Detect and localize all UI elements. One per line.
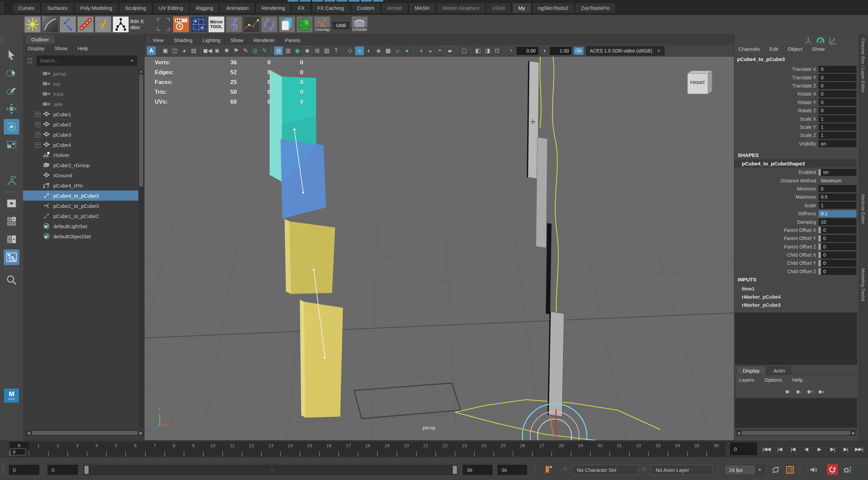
outliner-item-top[interactable]: top [23,79,138,89]
frame-19[interactable]: 19 [377,442,397,457]
shelf-tab-animation[interactable]: Animation [220,3,255,13]
outliner-tab[interactable]: Outliner [26,35,55,44]
shelf-tab-surfaces[interactable]: Surfaces [41,3,74,13]
frame-9[interactable]: 9 [184,442,203,457]
outliner-item-rSolver[interactable]: rSolver [23,150,138,160]
range-slider[interactable]: ∷ [83,465,458,475]
expand-icon[interactable]: + [35,112,40,117]
select-tool-button[interactable] [4,47,19,63]
isolate-view-icon[interactable]: ◧ [474,46,482,55]
frame-22[interactable]: 22 [436,442,455,457]
shelf-clip-cards-button[interactable] [279,16,295,33]
shelf-walk-cycle-button[interactable] [226,16,242,33]
gate-mask-icon[interactable]: ◙ [303,46,312,56]
frame-11[interactable]: 11 [223,442,242,457]
frame-26[interactable]: 26 [513,442,532,457]
frame-3[interactable]: 3 [67,442,87,457]
toolbox-drag-handle[interactable] [1,36,4,45]
shelf-purple-cycle-button[interactable] [261,16,277,33]
image-plane-icon[interactable]: ▤ [189,46,198,55]
shelf-joint-burst-button[interactable] [24,16,41,33]
frame-20[interactable]: 20 [397,442,416,457]
channel-value-field[interactable]: 0 [818,99,856,106]
gamma-field[interactable]: 1.00 [550,47,572,55]
shelf-tab-arnold[interactable]: Arnold [381,3,408,13]
frame-32[interactable]: 32 [629,442,649,457]
loop-playback-icon[interactable] [771,465,781,475]
textured-ball-icon[interactable]: ● [403,46,411,55]
character-set-arrow-icon[interactable]: ▽ [564,467,567,472]
camera-lock-icon[interactable]: ◙ [213,46,221,55]
slider-handle[interactable] [818,169,821,176]
frame-14[interactable]: 14 [281,442,300,457]
channel-menu-edit[interactable]: Edit [769,46,778,52]
frame-34[interactable]: 34 [668,442,687,457]
panel-drag-hand[interactable] [147,37,150,43]
fps-arrow-icon[interactable]: ▼ [755,465,765,475]
outliner-vscrollbar[interactable]: ▲ [138,68,144,428]
crop-region-icon[interactable]: ⊡ [493,46,501,55]
attribute-editor-a-icon[interactable]: A [147,46,156,55]
bookmark-plus-icon[interactable] [543,465,553,475]
outliner-item-defaultObjectSet[interactable]: defaultObjectSet [23,231,138,241]
shelf-tab-poly-modeling[interactable]: Poly Modeling [74,3,118,13]
viewport-menu-panels[interactable]: Panels [285,37,301,43]
channel-object-name[interactable]: pCube4_to_pCube3 [737,56,785,62]
scroll-left-icon[interactable]: ◀ [26,431,31,435]
axis-tripod-icon[interactable] [804,37,813,45]
step-forward-frame-button[interactable]: ▶| [839,442,852,456]
universal-manipulator-button[interactable] [4,173,19,188]
outliner-item-pCube1_to_pCube2[interactable]: pCube1_to_pCube2 [23,211,138,221]
channel-value-field[interactable]: 0 [818,107,856,114]
scroll-right-icon[interactable]: ▶ [138,431,144,435]
character-set-dropdown[interactable]: No Character Set [572,465,638,475]
slider-handle[interactable] [818,252,821,258]
frame-24[interactable]: 24 [474,442,494,457]
outliner-hscrollbar[interactable]: ◀ ▶ [26,430,144,436]
outliner-item-pCube2_rGroup[interactable]: pCube2_rGroup [23,160,138,170]
shelf-bdn-editor-button[interactable]: Bdn E ditor [130,16,154,31]
shelf-tab-rendering[interactable]: Rendering [255,3,291,13]
shelf-tab-fx-caching[interactable]: FX Caching [311,3,350,13]
grease-pencil-icon[interactable]: ✎ [241,46,250,55]
shelf-muscle-button[interactable] [42,16,58,33]
current-time-field[interactable]: 0 [730,442,757,455]
channel-value-field[interactable]: 0.5 [818,194,856,201]
outliner-item-pCube4[interactable]: +pCube4 [23,140,138,150]
frame-8[interactable]: 8 [165,442,184,457]
scroll-right-icon[interactable]: ▶ [851,431,856,435]
scroll-thumb[interactable] [742,431,850,435]
channel-value-field[interactable]: 0 [818,268,856,275]
go-to-range-start-button[interactable]: |◀◀ [760,442,773,456]
view-cube-label[interactable]: FRONT [688,80,708,85]
frame-29[interactable]: 29 [571,442,590,457]
scale-tool-button[interactable] [4,137,19,153]
resolution-gate-icon[interactable]: ◉ [293,46,302,55]
step-back-frame-button[interactable]: |◀ [773,442,786,456]
frame-1[interactable]: 1 [29,442,48,457]
frame-ruler[interactable]: 0123456789101112131415161718192021222324… [9,442,726,457]
viewport-menu-show[interactable]: Show [231,37,244,43]
channel-value-field[interactable]: 0 [818,252,856,259]
four-pane-layout-button[interactable] [4,214,19,229]
shape-node-name[interactable]: pCube4_to_pCubeShape3 [734,159,856,167]
speaker-icon[interactable] [809,465,819,475]
frame-5[interactable]: 5 [106,442,126,457]
layer-menu-options[interactable]: Options [765,377,782,383]
viewport-menu-lighting[interactable]: Lighting [202,37,220,43]
color-managed-toggle[interactable]: ON [574,47,584,55]
slider-handle[interactable] [818,268,821,275]
outliner-item-pCube4_rPin[interactable]: pCube4_rPin [23,180,138,191]
shelf-tab-curves[interactable]: Curves [12,3,41,13]
shelf-blue-arrows-button[interactable] [60,16,76,33]
ambient-occlusion-icon[interactable]: ◒ [426,46,435,55]
rangebar-drag-handle[interactable] [1,463,5,475]
input-node-rMarker_pCube3[interactable]: rMarker_pCube3 [734,301,859,309]
go-to-range-end-button[interactable]: ▶▶| [852,442,866,456]
safe-title-icon[interactable]: T [332,46,341,55]
rotate-tool-button[interactable] [4,119,19,135]
anim-layer-dropdown[interactable]: No Anim Layer [651,465,712,475]
tab-attribute-editor[interactable]: Attribute Editor [861,194,866,224]
shelf-tab-xgen[interactable]: XGen [486,3,511,13]
isolate-select-icon[interactable]: ◫ [170,46,179,55]
